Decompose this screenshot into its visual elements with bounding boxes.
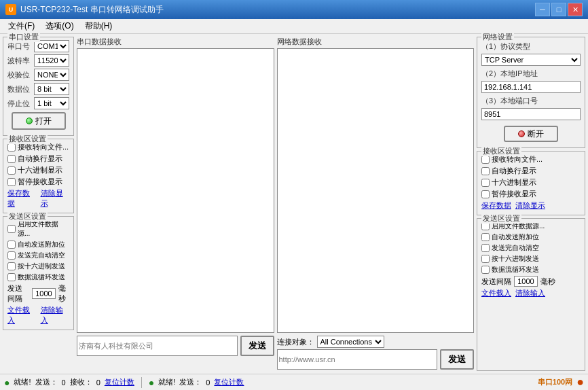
network-recv-textarea[interactable] — [277, 48, 475, 333]
status-icon-left: ● — [4, 377, 10, 388]
close-button[interactable]: ✕ — [568, 3, 583, 16]
net-clear-input-link[interactable]: 清除输入 — [515, 288, 545, 298]
window-title: USR-TCP232-Test 串口转网络调试助手 — [20, 4, 164, 16]
network-send-input[interactable] — [277, 349, 438, 370]
bottom-send-area: 发送 连接对象： All Connections 发送 — [77, 336, 474, 371]
serial-send-check4[interactable] — [7, 262, 16, 270]
port-status-led — [26, 118, 33, 124]
network-recv-panel-title: 网络数据接收 — [277, 37, 475, 47]
net-port-input[interactable] — [481, 108, 581, 120]
connection-row: 连接对象： All Connections — [277, 336, 475, 348]
menu-help[interactable]: 帮助(H) — [79, 19, 118, 33]
baud-select[interactable]: 1152009600 — [34, 54, 69, 67]
serial-interval-label: 发送间隔 — [7, 283, 29, 304]
menu-file[interactable]: 文件(F) — [3, 19, 40, 33]
serial-save-data-link[interactable]: 保存数据 — [7, 188, 37, 209]
serial-recv-opt4: 暂停接收显示 — [7, 177, 69, 187]
network-send-button[interactable]: 发送 — [440, 349, 474, 370]
ip-input[interactable] — [481, 81, 581, 93]
status-ready-left: 就绪! — [14, 377, 31, 387]
stopbits-label: 停止位 — [7, 99, 30, 109]
net-port-label: （3）本地端口号 — [481, 96, 581, 106]
status-send-value-right: 0 — [206, 378, 210, 387]
serial-clear-display-link[interactable]: 清除显示 — [41, 188, 70, 209]
brand-label: 串口100网 — [538, 377, 572, 387]
serial-recv-textarea[interactable] — [77, 48, 274, 333]
maximize-button[interactable]: □ — [551, 3, 566, 16]
net-send-check5[interactable] — [481, 266, 490, 274]
right-panel: 网络设置 （1）协议类型 TCP Server TCP Client UDP S… — [477, 37, 585, 371]
serial-recv-check1[interactable] — [7, 143, 16, 152]
app-icon: U — [5, 4, 16, 15]
net-send-check2[interactable] — [481, 233, 490, 241]
network-data-panel: 网络数据接收 — [277, 37, 475, 333]
net-interval-input[interactable] — [514, 276, 538, 287]
serial-send-input[interactable] — [77, 336, 238, 356]
net-recv-label: 接收区设置 — [481, 146, 521, 156]
reset-count-right[interactable]: 复位计数 — [214, 377, 244, 387]
connection-label: 连接对象： — [277, 337, 314, 347]
open-btn-label: 打开 — [35, 116, 52, 127]
net-load-file-link[interactable]: 文件载入 — [481, 288, 511, 298]
protocol-select[interactable]: TCP Server TCP Client UDP Server UDP Cli… — [481, 54, 581, 66]
serial-send-check5[interactable] — [7, 273, 16, 281]
serial-load-file-link[interactable]: 文件载入 — [7, 305, 37, 325]
serial-recv-panel-title: 串口数据接收 — [77, 37, 274, 47]
serial-send-check2[interactable] — [7, 241, 16, 249]
menu-options[interactable]: 选项(O) — [40, 19, 79, 33]
middle-section: 串口数据接收 网络数据接收 发送 连接对象： — [77, 37, 474, 371]
serial-send-section: 发送 — [77, 336, 274, 371]
net-interval-unit: 毫秒 — [540, 277, 555, 287]
title-bar: U USR-TCP232-Test 串口转网络调试助手 ─ □ ✕ — [0, 0, 588, 19]
serial-send-button[interactable]: 发送 — [240, 336, 274, 356]
serial-interval-input[interactable] — [32, 288, 56, 299]
serial-recv-opt2: 自动换行显示 — [7, 154, 69, 164]
serial-send-check1[interactable] — [7, 225, 16, 233]
status-send-value-left: 0 — [62, 378, 66, 387]
status-send-label-right: 发送： — [179, 377, 202, 387]
serial-recv-opt3: 十六进制显示 — [7, 165, 69, 175]
protocol-label: （1）协议类型 — [481, 41, 581, 52]
serial-clear-input-link[interactable]: 清除输入 — [41, 305, 70, 325]
left-panel: 串口设置 串口号 COM1COM2 波特率 1152009600 校验位 NON… — [3, 37, 74, 371]
net-recv-check3[interactable] — [481, 179, 490, 187]
net-recv-check2[interactable] — [481, 167, 490, 175]
connection-select[interactable]: All Connections — [317, 336, 384, 348]
baud-label: 波特率 — [7, 56, 30, 66]
serial-recv-check3[interactable] — [7, 166, 16, 175]
serial-send-settings-group: 发送区设置 启用文件数据源... 自动发送附加位 发送完自动清空 按十六进制发送… — [3, 216, 74, 330]
status-icon-right: ● — [149, 377, 154, 388]
serial-data-panel: 串口数据接收 — [77, 37, 274, 333]
status-send-label-left: 发送： — [35, 377, 58, 387]
status-bar: ● 就绪! 发送： 0 接收： 0 复位计数 ● 就绪! 发送： 0 复位计数 … — [0, 374, 588, 390]
net-recv-check4[interactable] — [481, 190, 490, 198]
window-controls: ─ □ ✕ — [535, 3, 583, 16]
minimize-button[interactable]: ─ — [535, 3, 550, 16]
parity-label: 校验位 — [7, 70, 30, 80]
net-clear-display-link[interactable]: 清除显示 — [515, 200, 545, 211]
serial-settings-group: 串口设置 串口号 COM1COM2 波特率 1152009600 校验位 NON… — [3, 37, 74, 136]
net-recv-check1[interactable] — [481, 156, 490, 164]
serial-recv-check2[interactable] — [7, 155, 16, 163]
stopbits-select[interactable]: 1 bit2 bit — [34, 97, 69, 109]
status-recv-label: 接收： — [70, 377, 92, 387]
network-send-section: 连接对象： All Connections 发送 — [277, 336, 475, 371]
network-settings-group: 网络设置 （1）协议类型 TCP Server TCP Client UDP S… — [477, 37, 585, 148]
serial-recv-label: 接收区设置 — [7, 134, 48, 144]
network-recv-settings-group: 接收区设置 接收转向文件... 自动换行显示 十六进制显示 暂停接收显示 保存数… — [477, 151, 585, 215]
parity-select[interactable]: NONE — [34, 69, 69, 81]
reset-count-left[interactable]: 复位计数 — [105, 377, 134, 387]
databits-label: 数据位 — [7, 84, 30, 94]
net-save-data-link[interactable]: 保存数据 — [481, 200, 511, 211]
open-port-button[interactable]: 打开 — [12, 112, 66, 130]
serial-send-check3[interactable] — [7, 251, 16, 260]
status-icon-brand: ● — [576, 375, 584, 389]
serial-recv-check4[interactable] — [7, 178, 16, 186]
databits-select[interactable]: 8 bit7 bit — [34, 83, 69, 95]
status-recv-value: 0 — [96, 378, 100, 387]
serial-recv-settings-group: 接收区设置 接收转向文件... 自动换行显示 十六进制显示 暂停接收显示 保存数… — [3, 139, 74, 213]
net-send-check3[interactable] — [481, 244, 490, 252]
net-send-check4[interactable] — [481, 255, 490, 263]
serial-send-label: 发送区设置 — [7, 211, 48, 221]
disconnect-button[interactable]: 断开 — [504, 126, 558, 142]
